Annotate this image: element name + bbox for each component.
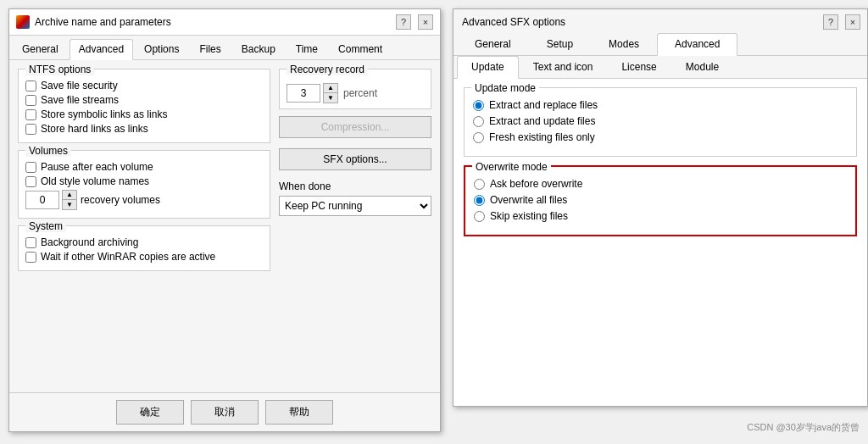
background-archiving-label: Background archiving [41,236,138,248]
ask-overwrite-row[interactable]: Ask before overwrite [474,178,847,190]
ok-button[interactable]: 确定 [116,400,184,425]
extract-replace-label: Extract and replace files [489,99,598,111]
tab-time[interactable]: Time [287,39,327,59]
left-titlebar: Archive name and parameters ? × [9,9,440,36]
background-archiving-row[interactable]: Background archiving [25,236,263,248]
save-streams-label: Save file streams [41,94,119,106]
right-help-btn[interactable]: ? [823,14,838,30]
rtab-license[interactable]: License [607,56,670,78]
tab-options[interactable]: Options [135,39,188,59]
close-button[interactable]: × [418,14,433,30]
rtab-setup[interactable]: Setup [529,33,591,55]
store-hardlinks-row[interactable]: Store hard links as links [25,123,263,135]
when-done-select[interactable]: Keep PC running Sleep Hibernate Shut dow… [279,196,431,216]
left-dialog-footer: 确定 取消 帮助 [9,392,440,431]
wait-winrar-label: Wait if other WinRAR copies are active [41,251,215,263]
volumes-group: Volumes Pause after each volume Old styl… [18,150,270,219]
tab-comment[interactable]: Comment [329,39,392,59]
when-done-label: When done [279,180,431,192]
save-security-checkbox[interactable] [25,80,36,92]
pause-volume-checkbox[interactable] [25,162,36,173]
rtab-text-icon[interactable]: Text and icon [519,56,608,78]
tab-advanced[interactable]: Advanced [70,39,133,60]
cancel-button[interactable]: 取消 [191,400,259,425]
extract-update-radio[interactable] [473,116,484,127]
store-symlinks-row[interactable]: Store symbolic links as links [25,108,263,120]
spinner-down[interactable]: ▼ [63,200,76,209]
overwrite-all-label: Overwrite all files [490,194,567,206]
right-top-tabs: General Setup Modes Advanced [453,33,867,56]
help-footer-button[interactable]: 帮助 [265,400,333,425]
wait-winrar-checkbox[interactable] [25,252,36,263]
tab-general[interactable]: General [13,39,68,59]
app-icon [16,15,30,29]
left-dialog-content: NTFS options Save file security Save fil… [9,60,440,392]
background-archiving-checkbox[interactable] [25,237,36,248]
save-security-row[interactable]: Save file security [25,80,263,92]
content-columns: NTFS options Save file security Save fil… [18,69,431,384]
ntfs-group-title: NTFS options [25,64,94,75]
recovery-down[interactable]: ▼ [324,93,337,103]
right-bottom-tabs: Update Text and icon License Module [453,56,867,79]
sfx-options-button[interactable]: SFX options... [279,148,431,170]
help-button[interactable]: ? [396,14,411,30]
store-symlinks-checkbox[interactable] [25,109,36,120]
recovery-row: ▲ ▼ percent [287,83,424,103]
when-done-section: When done Keep PC running Sleep Hibernat… [279,180,431,216]
save-streams-checkbox[interactable] [25,95,36,106]
extract-update-label: Extract and update files [489,115,595,127]
left-tab-bar: General Advanced Options Files Backup Ti… [9,36,440,60]
recovery-group: Recovery record ▲ ▼ percent [279,69,431,109]
overwrite-all-radio[interactable] [474,195,485,206]
old-style-row[interactable]: Old style volume names [25,175,263,187]
recovery-up[interactable]: ▲ [324,84,337,93]
ask-overwrite-label: Ask before overwrite [490,178,582,190]
fresh-existing-radio[interactable] [473,132,484,143]
volumes-options: Pause after each volume Old style volume… [25,161,263,210]
spinner-up[interactable]: ▲ [63,191,76,200]
save-security-label: Save file security [41,80,118,92]
rtab-general[interactable]: General [457,33,529,55]
old-style-label: Old style volume names [41,175,149,187]
right-content: Update mode Extract and replace files Ex… [453,79,867,406]
store-hardlinks-checkbox[interactable] [25,124,36,135]
recovery-unit: percent [343,87,377,99]
fresh-existing-row[interactable]: Fresh existing files only [473,131,848,143]
right-dialog-outer: Advanced SFX options ? × General Setup M… [441,0,868,444]
overwrite-all-row[interactable]: Overwrite all files [474,194,847,206]
extract-replace-radio[interactable] [473,100,484,111]
tab-files[interactable]: Files [190,39,230,59]
overwrite-mode-title: Overwrite mode [472,161,551,173]
system-group-title: System [25,220,66,232]
rtab-modes[interactable]: Modes [591,33,657,55]
wait-winrar-row[interactable]: Wait if other WinRAR copies are active [25,251,263,263]
rtab-module[interactable]: Module [671,56,733,78]
ask-overwrite-radio[interactable] [474,179,485,190]
recovery-input[interactable] [287,84,320,103]
old-style-checkbox[interactable] [25,176,36,187]
recovery-group-title: Recovery record [287,64,368,75]
overwrite-options: Ask before overwrite Overwrite all files… [474,178,847,222]
compression-button[interactable]: Compression... [279,116,431,138]
pause-volume-row[interactable]: Pause after each volume [25,161,263,173]
recovery-volumes-input[interactable] [25,191,59,209]
skip-existing-row[interactable]: Skip existing files [474,210,847,222]
rtab-advanced[interactable]: Advanced [657,33,737,56]
right-close-btn[interactable]: × [845,14,860,30]
extract-update-row[interactable]: Extract and update files [473,115,848,127]
skip-existing-label: Skip existing files [490,210,568,222]
recovery-spinners: ▲ ▼ [323,83,338,103]
save-streams-row[interactable]: Save file streams [25,94,263,106]
ntfs-options: Save file security Save file streams Sto… [25,80,263,135]
update-mode-group: Update mode Extract and replace files Ex… [464,87,857,157]
pause-volume-label: Pause after each volume [41,161,153,173]
skip-existing-radio[interactable] [474,211,485,222]
watermark: CSDN @30岁学java的货曾 [747,421,860,434]
overwrite-mode-group: Overwrite mode Ask before overwrite Over… [464,165,857,236]
rtab-update[interactable]: Update [457,56,519,79]
right-column: Recovery record ▲ ▼ percent Compression.… [279,69,431,384]
tab-backup[interactable]: Backup [232,39,285,59]
volumes-group-title: Volumes [25,145,71,157]
extract-replace-row[interactable]: Extract and replace files [473,99,848,111]
ntfs-group: NTFS options Save file security Save fil… [18,69,270,143]
